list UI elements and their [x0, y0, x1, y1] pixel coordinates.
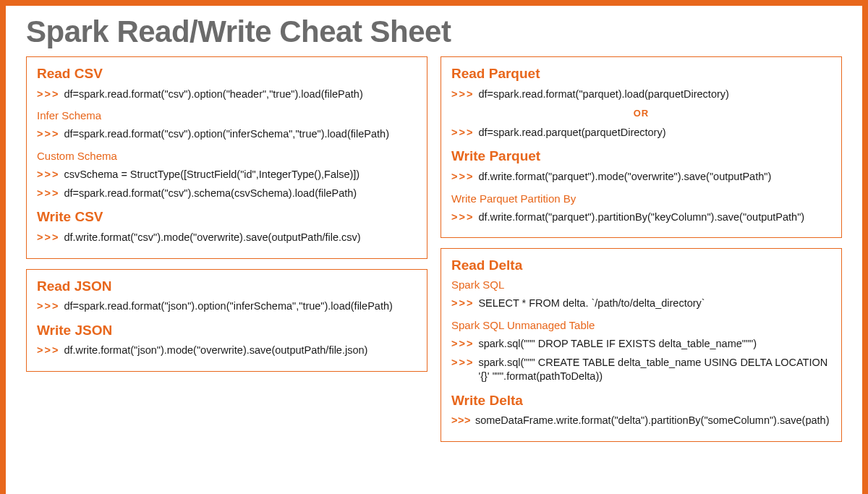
- code-line: >>> df=spark.read.format("parquet).load(…: [451, 88, 831, 102]
- code-snippet: csvSchema = StructType([StructField("id"…: [64, 168, 359, 182]
- code-line: >>> df=spark.read.parquet(parquetDirecto…: [451, 126, 831, 140]
- code-snippet: df.write.format("csv").mode("overwrite).…: [64, 231, 360, 245]
- prompt-icon: >>>: [37, 299, 59, 314]
- code-snippet: df.write.format("parquet").mode("overwri…: [478, 170, 771, 184]
- heading-write-csv: Write CSV: [37, 208, 417, 226]
- prompt-icon: >>>: [451, 210, 474, 225]
- heading-write-parquet: Write Parquet: [451, 147, 831, 166]
- code-snippet: df.write.format("parquet").partitionBy("…: [478, 210, 804, 225]
- code-snippet: df=spark.read.format("csv").schema(csvSc…: [64, 187, 357, 201]
- code-snippet: df=spark.read.format("csv").option("infe…: [64, 127, 389, 142]
- prompt-icon: >>>: [451, 170, 474, 184]
- code-line: >>> spark.sql(""" CREATE TABLE delta_tab…: [451, 356, 831, 384]
- code-snippet: spark.sql(""" DROP TABLE IF EXISTS delta…: [478, 337, 757, 352]
- code-snippet: df=spark.read.format("json").option("inf…: [64, 299, 392, 314]
- code-line: >>> df.write.format("json").mode("overwr…: [37, 344, 417, 358]
- subheading-unmanaged-table: Spark SQL Unmanaged Table: [451, 318, 831, 333]
- code-line: >>> SELECT * FROM delta. `/path/to/delta…: [451, 297, 831, 311]
- card-json: Read JSON >>> df=spark.read.format("json…: [26, 269, 427, 372]
- code-line: >>> df.write.format("parquet").partition…: [451, 210, 831, 225]
- or-label: OR: [451, 107, 831, 120]
- heading-read-csv: Read CSV: [37, 64, 417, 83]
- heading-read-json: Read JSON: [37, 277, 417, 296]
- prompt-icon: >>>: [37, 127, 59, 142]
- page-title: Spark Read/Write Cheat Sheet: [26, 14, 842, 49]
- right-column: Read Parquet >>> df=spark.read.format("p…: [441, 56, 842, 452]
- card-parquet: Read Parquet >>> df=spark.read.format("p…: [441, 56, 842, 238]
- code-snippet: df=spark.read.format("parquet).load(parq…: [478, 88, 728, 102]
- code-line: >>> spark.sql(""" DROP TABLE IF EXISTS d…: [451, 337, 831, 352]
- prompt-icon: >>>: [451, 126, 474, 140]
- code-line: >>> df=spark.read.format("json").option(…: [37, 299, 417, 314]
- code-line: >>> df=spark.read.format("csv").option("…: [37, 88, 417, 102]
- prompt-icon: >>>: [37, 231, 59, 245]
- heading-write-delta: Write Delta: [451, 391, 831, 410]
- columns: Read CSV >>> df=spark.read.format("csv")…: [26, 56, 842, 452]
- prompt-icon: >>>: [37, 344, 59, 358]
- prompt-icon: >>>: [451, 297, 474, 311]
- code-snippet: spark.sql(""" CREATE TABLE delta_table_n…: [478, 356, 831, 384]
- prompt-icon: >>>: [451, 414, 471, 428]
- left-column: Read CSV >>> df=spark.read.format("csv")…: [26, 56, 427, 452]
- cheat-sheet-page: Spark Read/Write Cheat Sheet Read CSV >>…: [6, 6, 862, 494]
- code-snippet: df.write.format("json").mode("overwrite)…: [64, 344, 367, 358]
- prompt-icon: >>>: [37, 88, 59, 102]
- card-csv: Read CSV >>> df=spark.read.format("csv")…: [26, 56, 427, 259]
- prompt-icon: >>>: [451, 337, 474, 352]
- code-line: >>> df=spark.read.format("csv").option("…: [37, 127, 417, 142]
- prompt-icon: >>>: [37, 187, 59, 201]
- code-line: >>> df.write.format("csv").mode("overwri…: [37, 231, 417, 245]
- code-line: >>> df.write.format("parquet").mode("ove…: [451, 170, 831, 184]
- prompt-icon: >>>: [37, 168, 59, 182]
- code-line: >>> someDataFrame.write.format("delta").…: [451, 414, 831, 428]
- code-snippet: df=spark.read.format("csv").option("head…: [64, 88, 362, 102]
- code-line: >>> csvSchema = StructType([StructField(…: [37, 168, 417, 182]
- code-snippet: someDataFrame.write.format("delta").part…: [475, 414, 830, 428]
- code-line: >>> df=spark.read.format("csv").schema(c…: [37, 187, 417, 201]
- prompt-icon: >>>: [451, 88, 474, 102]
- subheading-spark-sql: Spark SQL: [451, 278, 831, 292]
- subheading-partition-by: Write Parquet Partition By: [451, 192, 831, 206]
- subheading-custom-schema: Custom Schema: [37, 149, 417, 163]
- heading-read-parquet: Read Parquet: [451, 64, 831, 83]
- prompt-icon: >>>: [451, 356, 474, 370]
- code-snippet: SELECT * FROM delta. `/path/to/delta_dir…: [478, 297, 705, 311]
- card-delta: Read Delta Spark SQL >>> SELECT * FROM d…: [441, 248, 842, 442]
- subheading-infer-schema: Infer Schema: [37, 108, 417, 123]
- code-snippet: df=spark.read.parquet(parquetDirectory): [478, 126, 665, 140]
- heading-read-delta: Read Delta: [451, 256, 831, 275]
- heading-write-json: Write JSON: [37, 321, 417, 340]
